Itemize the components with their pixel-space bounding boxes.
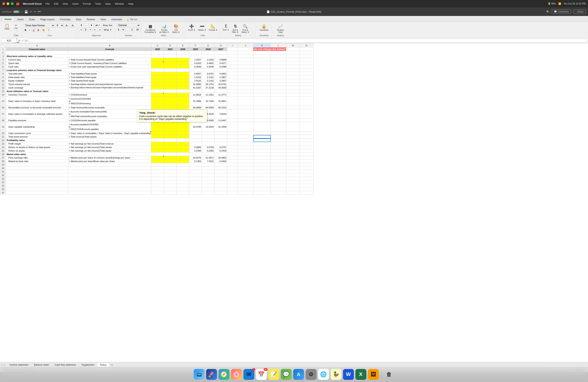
cell-k8[interactable] bbox=[253, 72, 271, 75]
cell-m28[interactable] bbox=[286, 159, 300, 163]
cell-b9[interactable]: = Total liabilities/Total equity bbox=[68, 75, 151, 79]
percent-button[interactable]: % bbox=[121, 28, 126, 32]
cell-e26[interactable] bbox=[177, 152, 189, 156]
cell-i23[interactable] bbox=[227, 142, 238, 146]
cell-c20[interactable] bbox=[151, 131, 164, 135]
cell-i1[interactable] bbox=[227, 47, 238, 51]
cell-h7[interactable] bbox=[214, 68, 227, 72]
cell-m25[interactable] bbox=[286, 149, 300, 152]
cell-l25[interactable] bbox=[271, 149, 286, 152]
cell-l26[interactable] bbox=[271, 152, 286, 156]
cell-k14[interactable] bbox=[253, 93, 271, 96]
cell-f27[interactable]: 34.6576 bbox=[189, 156, 202, 159]
align-middle-button[interactable]: ↔ bbox=[84, 23, 89, 27]
cell-e28[interactable] bbox=[177, 159, 189, 163]
col-header-h[interactable]: H bbox=[214, 43, 227, 47]
cell-m24[interactable] bbox=[286, 146, 300, 149]
cell-j23[interactable] bbox=[238, 142, 253, 146]
cell-reference-input[interactable] bbox=[1, 39, 17, 42]
dock-launchpad[interactable]: 🚀 bbox=[206, 369, 217, 380]
cell-h15[interactable]: 32.0821 bbox=[214, 96, 227, 106]
cell-e22[interactable] bbox=[177, 138, 189, 142]
cell-h18[interactable]: 11.6447 bbox=[214, 119, 227, 122]
cell-f5[interactable]: 0.5203 bbox=[189, 62, 202, 65]
cell-j9[interactable] bbox=[238, 75, 253, 79]
cell-f20[interactable] bbox=[189, 131, 202, 135]
cell-a20[interactable]: Cash conversion cycle bbox=[6, 131, 68, 135]
cell-a5[interactable]: Quick ratio bbox=[6, 62, 68, 65]
cell-f28[interactable]: 8.1355 bbox=[189, 159, 202, 163]
cell-h3[interactable] bbox=[214, 54, 227, 58]
cell-d22[interactable] bbox=[164, 138, 177, 142]
cell-l9[interactable] bbox=[271, 75, 286, 79]
cell-i21[interactable] bbox=[227, 135, 238, 138]
cell-i25[interactable] bbox=[227, 149, 238, 152]
cell-m3[interactable] bbox=[286, 54, 300, 58]
cell-i24[interactable] bbox=[227, 146, 238, 149]
cell-i17[interactable] bbox=[227, 109, 238, 119]
redo-icon[interactable]: ↪ bbox=[34, 10, 36, 13]
cell-n5[interactable] bbox=[300, 62, 313, 65]
menu-data[interactable]: Data bbox=[105, 2, 111, 6]
col-header-d[interactable]: D bbox=[164, 43, 177, 47]
cell-i8[interactable] bbox=[227, 72, 238, 75]
cell-j4[interactable] bbox=[238, 58, 253, 62]
format-as-table-button[interactable]: 📊 Formatas Table ▼ bbox=[158, 23, 170, 34]
cell-m26[interactable] bbox=[286, 152, 300, 156]
cell-k27[interactable] bbox=[253, 156, 271, 159]
font-size-select[interactable]: 9 bbox=[55, 23, 64, 27]
cell-g3[interactable] bbox=[202, 54, 214, 58]
cell-j11[interactable] bbox=[238, 83, 253, 86]
cell-g26[interactable] bbox=[202, 152, 214, 156]
cell-f19[interactable]: 32.0789 bbox=[189, 122, 202, 131]
menu-window[interactable]: Window bbox=[114, 2, 125, 6]
dock-preview[interactable]: 🖼 bbox=[368, 369, 379, 380]
cell-k22-selected[interactable] bbox=[253, 138, 271, 142]
fullscreen-button[interactable] bbox=[11, 2, 14, 5]
cell-i16[interactable] bbox=[227, 106, 238, 109]
cell-n14[interactable] bbox=[300, 93, 313, 96]
cell-k24[interactable] bbox=[253, 146, 271, 149]
cell-n9[interactable] bbox=[300, 75, 313, 79]
cell-l7[interactable] bbox=[271, 68, 286, 72]
increase-font-button[interactable]: A↑ bbox=[64, 23, 70, 28]
analyze-data-button[interactable]: 📈 AnalyzeData bbox=[276, 23, 285, 34]
col-header-b[interactable]: B bbox=[68, 43, 151, 47]
cell-b20[interactable]: = Days' sales in receivables + Days' sal… bbox=[68, 131, 151, 135]
cell-f2[interactable] bbox=[189, 51, 202, 54]
cell-g1[interactable]: 2018 bbox=[202, 47, 214, 51]
autosave-toggle[interactable]: OFF bbox=[13, 11, 20, 13]
cell-c9[interactable] bbox=[151, 75, 164, 79]
col-header-e[interactable]: E bbox=[177, 43, 189, 47]
cell-f21[interactable] bbox=[189, 135, 202, 138]
cell-h21[interactable] bbox=[214, 135, 227, 138]
cell-k12[interactable] bbox=[253, 86, 271, 89]
cell-n21[interactable] bbox=[300, 135, 313, 138]
cell-f8[interactable]: 0.6567 bbox=[189, 72, 202, 75]
cell-m18[interactable] bbox=[286, 119, 300, 122]
cell-n19[interactable] bbox=[300, 122, 313, 131]
cell-g10[interactable]: 3.1161 bbox=[202, 79, 214, 83]
cell-g12[interactable]: 37.2138 bbox=[202, 86, 214, 89]
cell-a14[interactable]: Inventory Turnover bbox=[6, 93, 68, 96]
cell-g5[interactable]: 0.4642 bbox=[202, 62, 214, 65]
cell-k4[interactable] bbox=[253, 58, 271, 62]
tab-home[interactable]: Home bbox=[1, 17, 14, 21]
cell-l21[interactable] bbox=[271, 135, 286, 138]
cell-j6[interactable] bbox=[238, 65, 253, 68]
cell-k26[interactable] bbox=[253, 152, 271, 156]
cell-a4[interactable]: Current ratio bbox=[6, 58, 68, 62]
cell-n20[interactable] bbox=[300, 131, 313, 135]
cell-j14[interactable] bbox=[238, 93, 253, 96]
col-header-g[interactable]: G bbox=[202, 43, 214, 47]
dock-excel[interactable]: X bbox=[356, 369, 366, 380]
comments-button[interactable]: 💬 Comments bbox=[552, 10, 571, 14]
cell-f23[interactable] bbox=[189, 142, 202, 146]
cell-i27[interactable] bbox=[227, 156, 238, 159]
cut-button[interactable]: ✂Cut bbox=[12, 23, 20, 30]
cell-h23[interactable] bbox=[214, 142, 227, 146]
cell-d6[interactable] bbox=[164, 65, 177, 68]
tab-review[interactable]: Review bbox=[84, 17, 98, 21]
cell-i15[interactable] bbox=[227, 96, 238, 106]
cell-c7[interactable] bbox=[151, 68, 164, 72]
